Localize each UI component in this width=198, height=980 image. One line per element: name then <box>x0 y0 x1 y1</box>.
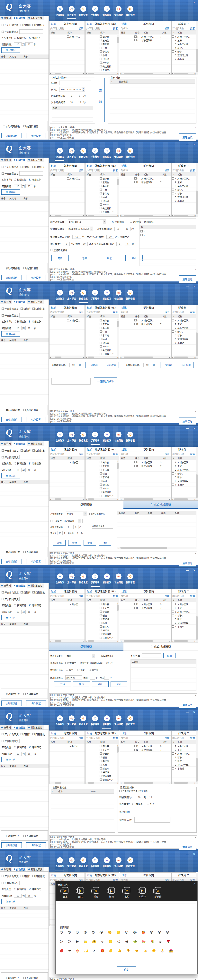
tab-group-chat-fans[interactable]: 群聊爆粉 <box>49 643 124 651</box>
external-search-input[interactable]: 外部好友名称 <box>86 452 113 456</box>
nav-item-wecom-mass[interactable]: ✳企微群发 <box>54 573 66 584</box>
male-radio[interactable] <box>66 669 68 671</box>
list-item[interactable]: 王天生 <box>86 464 119 468</box>
nav-item-wegroup-manage[interactable]: ✪微群管理 <box>124 857 136 868</box>
emoji-row[interactable]: 💋❤🎂🌙☀🎁👶👍👎🤝👆✊👌💑 <box>57 946 196 955</box>
nav-item-hotline-reply[interactable]: ✉专线回复 <box>113 715 124 726</box>
fuzzy-match-radio[interactable] <box>14 746 16 748</box>
new-content-button[interactable]: 新建内容 <box>2 899 20 904</box>
tab-auto-reply[interactable]: 自动回复 <box>12 867 27 872</box>
nav-item-phone-fans[interactable]: ✆手机爆粉 <box>89 431 101 442</box>
member-search-button[interactable]: 搜索 <box>190 878 195 881</box>
tab-new-friend-reply[interactable]: 新好友回复 <box>27 299 44 304</box>
h-scrollbar[interactable] <box>120 640 171 642</box>
v-scrollbar[interactable] <box>117 35 119 72</box>
member-search-input[interactable]: 群成员名称 <box>171 736 190 740</box>
reply-friend-checkbox[interactable] <box>32 165 35 168</box>
nav-item-wegroup-manage[interactable]: ✪微群管理 <box>124 290 136 300</box>
group-name-input[interactable] <box>51 378 90 385</box>
turing-reply-checkbox[interactable] <box>2 456 4 458</box>
random-send-checkbox[interactable] <box>141 221 143 223</box>
new-content-button[interactable]: 新建内容 <box>2 757 20 762</box>
v-scrollbar[interactable] <box>117 177 119 214</box>
group-search-button[interactable]: 搜索 <box>165 736 169 740</box>
member-search-input[interactable]: 群成员名称 <box>171 878 190 881</box>
object-interval-to[interactable]: 13 <box>124 227 130 231</box>
member-search-button[interactable]: 搜索 <box>190 452 195 456</box>
quit-group-button[interactable]: 一键退群 <box>160 362 175 368</box>
external-filter-link[interactable]: 过滤 <box>87 731 92 735</box>
list-item[interactable]: 1A-新宁团队... <box>171 460 196 464</box>
clear-log-button[interactable]: 清理信息 <box>179 559 196 566</box>
list-item[interactable]: 李云鹏 <box>86 752 119 756</box>
list-item[interactable]: 3A-新宁团队... <box>171 184 196 188</box>
new-content-button[interactable]: 新建内容 <box>2 189 20 195</box>
auto-note-checkbox[interactable] <box>50 520 52 522</box>
friend-filter-link[interactable]: 过滤 <box>51 164 56 167</box>
v-scrollbar[interactable] <box>117 602 119 640</box>
start-button[interactable]: 开始 <box>54 681 71 687</box>
h-scrollbar[interactable] <box>120 356 171 358</box>
list-item[interactable]: 任丽 <box>86 614 119 617</box>
turing-reply-checkbox[interactable] <box>2 740 4 742</box>
member-search-button[interactable]: 搜索 <box>190 736 195 740</box>
list-item[interactable]: 4新宁。 <box>171 330 196 333</box>
h-scrollbar[interactable] <box>171 356 196 358</box>
h-scrollbar[interactable] <box>120 214 171 216</box>
list-item[interactable]: 2新宁团队软...7 <box>120 180 171 184</box>
nav-item-phone-fans[interactable]: ✆手机爆粉 <box>89 857 101 868</box>
all-radio[interactable] <box>89 669 91 671</box>
list-item[interactable]: A-新宁团... <box>49 602 84 606</box>
h-scrollbar[interactable] <box>49 72 84 75</box>
external-search-button[interactable]: 搜索 <box>113 452 118 456</box>
external-filter-link[interactable]: 过滤 <box>87 589 92 593</box>
friend-search-input[interactable]: 内部好友名称 <box>49 310 79 314</box>
group-search-input[interactable]: 群名称 <box>120 594 165 598</box>
list-item[interactable]: 7小助理 <box>171 57 196 61</box>
group-filter-link[interactable]: 过滤 <box>122 305 127 309</box>
filter-blocklist-checkbox[interactable] <box>50 249 52 251</box>
handle-group-msg-checkbox[interactable] <box>24 835 25 837</box>
new-content-button[interactable]: 新建内容 <box>2 473 20 479</box>
list-item[interactable]: 李红梅 <box>86 191 119 195</box>
task-time-input[interactable]: 2022-03-18 20:27:32 <box>59 87 85 92</box>
list-item[interactable]: 田少春 <box>86 318 119 322</box>
nav-item-group-settings[interactable]: ⚙群组设置 <box>78 431 89 442</box>
external-search-input[interactable]: 外部好友名称 <box>86 594 113 598</box>
nav-item-message-forward[interactable]: ➦消息转发 <box>101 573 113 584</box>
list-item[interactable]: 田少春 <box>86 177 119 180</box>
list-item[interactable]: 田少春 <box>86 744 119 748</box>
nav-item-group-settings[interactable]: ⚙群组设置 <box>78 573 89 584</box>
auto-agree-friend-checkbox[interactable] <box>3 409 5 411</box>
nav-item-wegroup-manage[interactable]: ✪微群管理 <box>124 573 136 584</box>
pause-button[interactable]: 暂停 <box>68 540 81 546</box>
list-item[interactable]: 1A-新宁团队... <box>171 744 196 748</box>
auto-agree-friend-checkbox[interactable] <box>3 551 5 553</box>
list-item[interactable]: 微远科技 <box>86 490 119 494</box>
tab-auto-reply[interactable]: 自动回复 <box>12 158 27 162</box>
reply-interval-to-input[interactable]: 15 <box>25 752 33 756</box>
nav-item-scheduled-mass[interactable]: ◷定时群发 <box>66 715 78 726</box>
member-search-button[interactable]: 搜索 <box>190 310 195 314</box>
list-item[interactable]: 李红梅 <box>86 49 119 53</box>
tab-account-list[interactable]: 账号列 <box>0 441 12 446</box>
add-blocklist-button[interactable]: 添加 <box>163 653 176 658</box>
launch-wechat-button[interactable]: 启动新微信 <box>2 275 22 280</box>
turing-key-input[interactable] <box>19 597 43 601</box>
verify-name-checkbox[interactable] <box>89 513 92 515</box>
list-item[interactable]: 6蓝精灵全媒... <box>171 763 196 767</box>
nav-item-phone-fans[interactable]: ✆手机爆粉 <box>89 6 101 16</box>
new-content-button[interactable]: 新建内容 <box>2 615 20 620</box>
request-interval-from[interactable]: 3 <box>66 525 71 529</box>
reply-friend-checkbox[interactable] <box>32 449 35 452</box>
h-scrollbar[interactable] <box>120 498 171 500</box>
h-scrollbar[interactable] <box>86 356 119 358</box>
h-scrollbar[interactable] <box>120 782 171 784</box>
exact-match-radio[interactable] <box>29 37 31 39</box>
list-item[interactable]: AAV14 <box>86 770 119 774</box>
female-radio[interactable] <box>77 669 79 671</box>
content-interval-to[interactable]: 6 <box>77 94 82 98</box>
list-item[interactable]: 王天生 <box>86 606 119 610</box>
nav-item-message-forward[interactable]: ➦消息转发 <box>101 431 113 442</box>
friend-filter-link[interactable]: 过滤 <box>51 873 56 877</box>
